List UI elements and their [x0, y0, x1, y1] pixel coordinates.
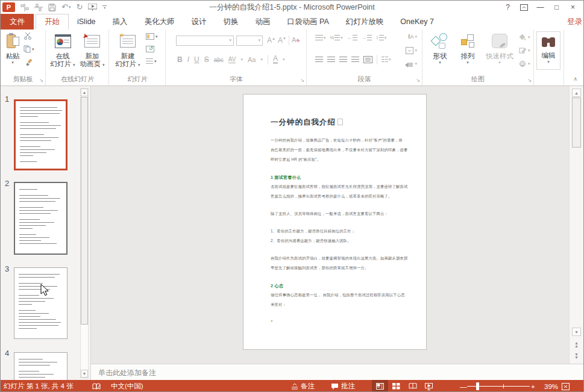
editing-button[interactable]: 编辑▾ — [536, 31, 560, 70]
clear-formatting-button[interactable]: A — [292, 35, 300, 46]
customize-qat-icon[interactable]: ▾ — [102, 5, 107, 9]
quick-styles-button[interactable]: 快速样式▾ — [482, 31, 518, 65]
font-name-select[interactable]: ▾ — [176, 36, 234, 46]
redo-icon[interactable]: ↻ — [76, 2, 83, 12]
align-left-button[interactable] — [315, 57, 323, 63]
slide-heading[interactable]: 2 心态 — [271, 283, 400, 289]
language-indicator[interactable]: 中文(中国) — [111, 380, 143, 392]
columns-button[interactable]: ▾ — [381, 57, 391, 63]
character-spacing-button[interactable]: AV — [228, 56, 236, 63]
strikethrough-button[interactable]: S — [204, 55, 209, 64]
zoom-percentage[interactable]: 39% — [544, 380, 558, 392]
ribbon-display-options-button[interactable] — [516, 1, 532, 13]
tab-插入[interactable]: 插入 — [104, 14, 136, 30]
scroll-down-button[interactable]: ▼ — [572, 328, 581, 336]
slide-title[interactable]: 一分钟的自我介绍 — [271, 117, 400, 128]
arrange-button[interactable]: 排列▾ — [455, 31, 480, 65]
justify-button[interactable] — [351, 57, 359, 63]
slide-paragraph[interactable]: 一分钟的自我介绍，就像商品广告，在短短六十秒内，针对“客户”的需要，将自己最美好… — [271, 135, 400, 164]
text-shadow-button[interactable]: abc — [214, 57, 224, 63]
slide-paragraph[interactable]: 去面试就是要征服面试官呗，想征服面试官光长得漂亮没用，主要还得了解面试官是怎么想… — [271, 182, 400, 201]
bullets-button[interactable]: ▾ — [315, 35, 326, 41]
normal-view-button[interactable] — [372, 380, 388, 392]
tab-切换[interactable]: 切换 — [215, 14, 247, 30]
slide-bullet[interactable]: ▪ — [271, 318, 400, 324]
close-button[interactable]: × — [565, 1, 581, 13]
new-animation-page-button[interactable]: ➤ 新加 动画页 ▾ — [78, 31, 107, 68]
shape-fill-button[interactable]: ▾ — [519, 34, 530, 41]
shape-outline-button[interactable]: ▾ — [519, 47, 530, 54]
fit-to-window-button[interactable] — [562, 380, 570, 392]
section-button[interactable]: ▾ — [146, 58, 157, 64]
tab-美化大师[interactable]: 美化大师 — [136, 14, 183, 30]
slide-paragraph[interactable]: 1、看你的工作能力，能否胜任目标岗位的工作；2、看你的沟通表达能力，能否快速融入… — [271, 226, 400, 246]
main-scrollbar[interactable]: ▲ ▼ ▲▲ ▼▼ — [569, 86, 583, 364]
tab-file[interactable]: 文件 — [1, 14, 34, 30]
slide-sorter-view-button[interactable] — [388, 380, 404, 392]
align-center-button[interactable] — [327, 57, 335, 63]
text-direction-button[interactable]: ‖A▾ — [408, 34, 417, 40]
notes-pane[interactable]: 单击此处添加备注 — [91, 364, 583, 380]
paragraph-dialog-launcher[interactable]: ↘ — [416, 78, 420, 83]
thumbnail-scrollbar-thumb[interactable] — [81, 97, 88, 325]
copy-button[interactable]: ▾ — [24, 45, 34, 53]
tab-设计[interactable]: 设计 — [183, 14, 215, 30]
increase-font-size-button[interactable]: A▲ — [267, 36, 275, 45]
align-text-button[interactable]: ▾ — [406, 47, 417, 54]
tab-开始[interactable]: 开始 — [36, 14, 69, 30]
online-slides-button[interactable]: 在线 幻灯片 ▾ — [49, 31, 77, 68]
font-color-button[interactable]: A — [273, 55, 278, 64]
clipboard-dialog-launcher[interactable]: ↘ — [39, 78, 43, 83]
align-right-button[interactable] — [339, 57, 347, 63]
line-spacing-button[interactable]: ↕▾ — [376, 35, 387, 41]
drawing-dialog-launcher[interactable]: ↘ — [527, 78, 532, 83]
tab-动画[interactable]: 动画 — [247, 14, 279, 30]
notes-placeholder[interactable]: 单击此处添加备注 — [98, 368, 156, 378]
help-button[interactable]: ? — [500, 1, 516, 13]
italic-button[interactable]: I — [187, 55, 189, 64]
spell-check-icon[interactable] — [92, 380, 101, 392]
next-slide-button[interactable]: ▼▼ — [572, 352, 581, 360]
slideshow-view-button[interactable] — [421, 380, 437, 392]
save-icon[interactable] — [48, 4, 56, 11]
zoom-out-button[interactable]: — — [460, 380, 467, 392]
decrease-font-size-button[interactable]: A▼ — [278, 36, 286, 45]
slide-paragraph[interactable]: 除了主持人、演员等特殊岗位，一般来说，面试官主要看以下两点： — [271, 209, 400, 219]
change-case-button[interactable]: Aa — [248, 56, 256, 63]
undo-icon[interactable]: ↶▾ — [61, 2, 71, 12]
tab-幻灯片放映[interactable]: 幻灯片放映 — [338, 14, 392, 30]
reading-view-button[interactable] — [404, 380, 421, 392]
slide-thumbnail-2[interactable] — [14, 182, 68, 255]
numbering-button[interactable]: ½▾ — [330, 35, 343, 41]
paste-button[interactable]: 粘贴▾ — [2, 31, 24, 65]
convert-to-smartart-button[interactable]: ▾ — [405, 60, 417, 67]
align-objects-icon[interactable] — [20, 4, 29, 11]
zoom-slider[interactable] — [467, 380, 530, 392]
shape-effects-button[interactable]: ▾ — [519, 60, 530, 67]
powerpoint-logo-icon[interactable]: P — [2, 2, 15, 12]
zoom-in-button[interactable]: + — [531, 380, 535, 392]
minimize-button[interactable]: — — [532, 1, 548, 13]
slide-paragraph[interactable]: 自我介绍作为面试的开场白，就要提纲挈领的体现出这两方面。如果能从朋友那早些先了解… — [271, 254, 400, 273]
slide-page[interactable]: 一分钟的自我介绍一分钟的自我介绍，就像商品广告，在短短六十秒内，针对“客户”的需… — [243, 94, 427, 350]
thumbnail-scrollbar[interactable]: ▲ ▼ — [80, 88, 89, 378]
tab-口袋动画 PA[interactable]: 口袋动画 PA — [279, 14, 338, 30]
decrease-indent-button[interactable]: ← — [347, 35, 357, 41]
slide-thumbnail-3[interactable] — [14, 267, 68, 339]
tab-OneKey 7[interactable]: OneKey 7 — [392, 14, 442, 30]
scroll-up-button[interactable]: ▲ — [572, 89, 581, 97]
distribute-text-button[interactable] — [363, 56, 372, 63]
sign-in-link[interactable]: 登录 — [567, 14, 582, 30]
slide-paragraph[interactable]: 做任何事情心态都是第一位， 自我介绍，包括整个面试过程都应该用以下心态来应对： — [271, 290, 400, 310]
previous-slide-button[interactable]: ▲▲ — [572, 340, 581, 349]
new-slide-button[interactable]: ✶ 新建 幻灯片 ▾ — [112, 31, 143, 68]
font-dialog-launcher[interactable]: ↘ — [300, 78, 304, 83]
collapse-ribbon-button[interactable]: ∧ — [573, 76, 577, 82]
thumbnail-scroll-up-button[interactable]: ▲ — [81, 89, 88, 96]
underline-button[interactable]: U — [194, 55, 199, 64]
increase-indent-button[interactable]: → — [362, 35, 372, 41]
zoom-slider-thumb[interactable] — [476, 382, 479, 390]
slide-thumbnail-1[interactable] — [14, 99, 68, 170]
reset-slide-button[interactable]: ↺ — [146, 46, 160, 52]
shapes-button[interactable]: 形状▾ — [427, 31, 453, 65]
